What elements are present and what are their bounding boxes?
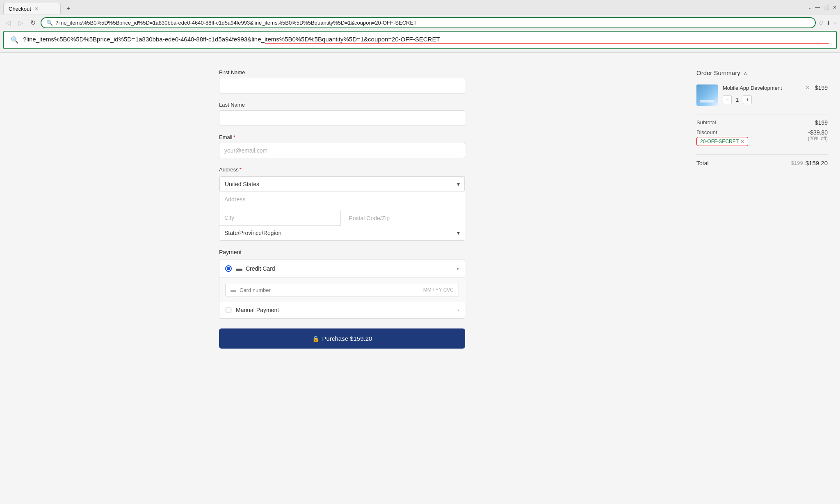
- credit-card-label: Credit Card: [246, 265, 457, 272]
- item-thumbnail: [696, 84, 718, 106]
- state-select[interactable]: State/Province/Region: [219, 226, 465, 240]
- total-original-price: $199: [791, 160, 803, 166]
- nav-actions: ♡ ⬇ ≡: [818, 20, 837, 26]
- minimize-button[interactable]: —: [815, 5, 820, 10]
- address-label: Address*: [219, 166, 465, 173]
- checkout-form: First Name Last Name Email* Address*: [203, 61, 482, 499]
- downloads-icon[interactable]: ⬇: [826, 20, 831, 26]
- address-group: Address* United States Canada United Kin…: [219, 166, 465, 241]
- new-tab-button[interactable]: +: [62, 2, 74, 15]
- subtotal-value: $199: [815, 119, 828, 126]
- total-discounted-price: $159.20: [806, 160, 828, 166]
- order-summary: Order Summary ∧ Mobile App Development −…: [684, 61, 840, 499]
- payment-box: ▬ Credit Card ▾ ▬ MM / YY CVC Manual Pay…: [219, 260, 465, 319]
- credit-card-details: ▬ MM / YY CVC: [219, 278, 465, 302]
- discount-label: Discount: [696, 129, 748, 135]
- item-quantity-controls: − 1 +: [723, 95, 800, 104]
- address-box: United States Canada United Kingdom Aust…: [219, 176, 465, 241]
- credit-card-icon: ▬: [236, 265, 242, 272]
- discount-badge[interactable]: 20-OFF-SECRET ✕: [696, 137, 748, 146]
- discount-percent: (20% off): [808, 136, 828, 141]
- favorites-icon[interactable]: ♡: [818, 20, 824, 26]
- item-remove-button[interactable]: ✕: [805, 84, 810, 91]
- first-name-input[interactable]: [219, 78, 465, 94]
- summary-chevron-icon: ∧: [744, 70, 747, 76]
- card-number-row: ▬ MM / YY CVC: [225, 283, 459, 297]
- search-overlay-text: ?line_items%5B0%5D%5Bprice_id%5D=1a830bb…: [23, 36, 829, 44]
- state-select-wrapper: State/Province/Region ▾: [219, 226, 465, 240]
- address-bar-wrapper[interactable]: 🔍: [41, 17, 816, 28]
- tab-list-button[interactable]: ⌄: [808, 5, 812, 10]
- last-name-input[interactable]: [219, 110, 465, 126]
- discount-section: Discount 20-OFF-SECRET ✕: [696, 129, 748, 146]
- active-tab[interactable]: Checkout ✕: [3, 3, 61, 14]
- item-image-inner: [696, 84, 718, 106]
- manual-payment-label: Manual Payment: [236, 307, 457, 313]
- address-line-input[interactable]: [219, 192, 465, 207]
- first-name-label: First Name: [219, 69, 465, 75]
- discount-row: Discount 20-OFF-SECRET ✕ -$39.80 (20% of…: [696, 129, 828, 149]
- subtotal-label: Subtotal: [696, 119, 716, 125]
- reload-button[interactable]: ↻: [28, 18, 38, 27]
- discount-code: 20-OFF-SECRET: [700, 139, 739, 144]
- last-name-label: Last Name: [219, 102, 465, 108]
- country-select[interactable]: United States Canada United Kingdom Aust…: [219, 176, 465, 192]
- card-number-input[interactable]: [240, 287, 420, 293]
- forward-button[interactable]: ▷: [16, 18, 25, 27]
- window-controls: ⌄ — ⬜ ✕: [808, 5, 837, 13]
- quantity-increase-button[interactable]: +: [743, 95, 752, 104]
- manual-payment-option[interactable]: Manual Payment ›: [219, 302, 465, 318]
- postal-input[interactable]: [344, 210, 465, 226]
- total-label: Total: [696, 160, 709, 166]
- last-name-group: Last Name: [219, 102, 465, 126]
- discount-amount: -$39.80: [808, 129, 828, 136]
- search-underline: [265, 43, 829, 44]
- tab-close-button[interactable]: ✕: [34, 6, 39, 12]
- payment-section: Payment ▬ Credit Card ▾ ▬ MM / YY CVC: [219, 249, 465, 319]
- city-zip-row: [219, 210, 465, 226]
- subtotal-row: Subtotal $199: [696, 119, 828, 126]
- restore-button[interactable]: ⬜: [823, 5, 829, 10]
- discount-values: -$39.80 (20% off): [808, 129, 828, 141]
- credit-card-radio[interactable]: [225, 265, 232, 272]
- total-value: $199 $159.20: [791, 160, 828, 166]
- city-input[interactable]: [219, 210, 341, 226]
- summary-header: Order Summary ∧: [696, 69, 828, 76]
- summary-divider: [696, 114, 828, 114]
- quantity-decrease-button[interactable]: −: [723, 95, 732, 104]
- tab-title: Checkout: [9, 6, 31, 12]
- item-details: Mobile App Development − 1 +: [723, 84, 800, 104]
- summary-item: Mobile App Development − 1 + ✕ $199: [696, 84, 828, 106]
- manual-payment-radio[interactable]: [225, 307, 232, 313]
- search-overlay-icon: 🔍: [11, 36, 19, 44]
- address-bar[interactable]: [55, 20, 810, 26]
- expiry-cvc-text: MM / YY CVC: [423, 287, 454, 293]
- browser-chrome: Checkout ✕ + ⌄ — ⬜ ✕ ◁ ▷ ↻ 🔍 ♡ ⬇ ≡ 🔍 ?li…: [0, 0, 840, 53]
- item-price: $199: [815, 84, 828, 91]
- purchase-button-label: Purchase $159.20: [322, 335, 372, 342]
- credit-card-option[interactable]: ▬ Credit Card ▾: [219, 260, 465, 278]
- search-overlay-bar: 🔍 ?line_items%5B0%5D%5Bprice_id%5D=1a830…: [3, 31, 837, 49]
- lock-icon: 🔒: [312, 335, 319, 342]
- discount-remove-icon[interactable]: ✕: [740, 139, 744, 144]
- credit-card-chevron: ▾: [457, 266, 459, 271]
- first-name-group: First Name: [219, 69, 465, 94]
- payment-label: Payment: [219, 249, 465, 255]
- back-button[interactable]: ◁: [3, 18, 13, 27]
- search-icon: 🔍: [46, 20, 53, 26]
- email-input[interactable]: [219, 143, 465, 158]
- email-group: Email*: [219, 134, 465, 158]
- page-content: First Name Last Name Email* Address*: [0, 53, 840, 504]
- total-divider: [696, 154, 828, 155]
- item-name: Mobile App Development: [723, 84, 800, 92]
- total-row: Total $199 $159.20: [696, 160, 828, 166]
- close-window-button[interactable]: ✕: [833, 5, 837, 10]
- summary-title: Order Summary: [696, 69, 740, 76]
- menu-icon[interactable]: ≡: [833, 20, 837, 26]
- country-select-wrapper: United States Canada United Kingdom Aust…: [219, 176, 465, 192]
- quantity-value: 1: [736, 97, 739, 103]
- nav-bar: ◁ ▷ ↻ 🔍 ♡ ⬇ ≡: [0, 15, 840, 31]
- manual-payment-chevron: ›: [457, 307, 459, 313]
- purchase-button[interactable]: 🔒 Purchase $159.20: [219, 328, 465, 349]
- tab-bar: Checkout ✕ + ⌄ — ⬜ ✕: [0, 0, 840, 15]
